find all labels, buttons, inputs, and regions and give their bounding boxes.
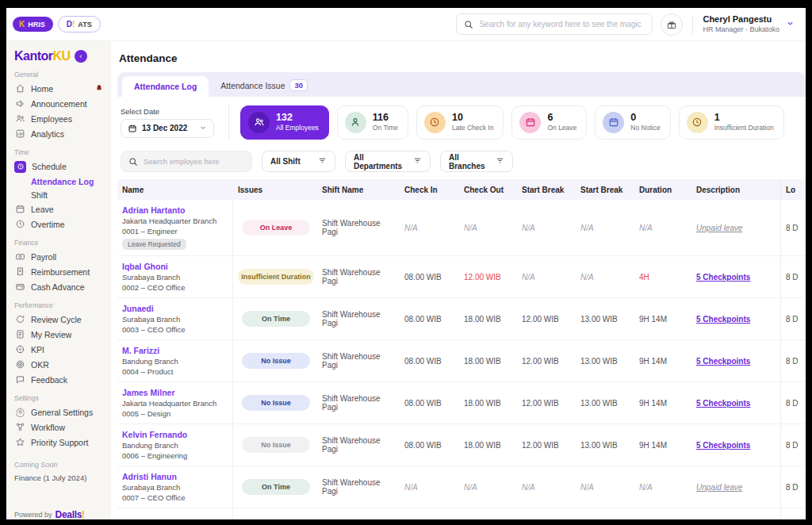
sidebar-item-kpi[interactable]: KPI [13,342,105,357]
check-out-cell: N/A [459,220,517,236]
checkpoints-link[interactable]: 5 Checkpoints [696,315,750,324]
sidebar-item-label: Employees [31,114,72,124]
hris-toggle[interactable]: K HRIS [13,17,53,32]
check-in-cell: 08.00 WIB [400,353,459,370]
leave-calendar-icon [14,204,25,215]
global-search-input[interactable] [479,20,645,29]
filter-value: All Shift [270,157,301,166]
sidebar-item-schedule[interactable]: Schedule [13,159,105,174]
filter-lines-icon [496,156,504,167]
checkpoints-link[interactable]: 5 Checkpoints [696,357,750,366]
stat-card-all-employees[interactable]: 132 All Employees [240,105,329,140]
cash-advance-wallet-icon [14,282,25,293]
employee-id: 0004 – Product [122,367,226,376]
sidebar-item-general-settings[interactable]: General Settings [13,404,105,420]
employee-name-link[interactable]: M. Farizzi [122,346,226,355]
gift-button[interactable] [661,13,683,36]
issue-badge: On Time [242,479,310,495]
app-window: K HRIS D! ATS Cheryl Pangestu HR Manager… [6,8,806,519]
stat-card-late-check-in[interactable]: 10 Late Check In [416,105,504,140]
sidebar-item-leave[interactable]: Leave [13,201,105,217]
ats-toggle[interactable]: D! ATS [58,16,101,33]
log-cell: 8 D [780,382,806,423]
checkpoints-link[interactable]: 5 Checkpoints [696,441,750,450]
schedule-icon [14,161,26,173]
sidebar-item-payroll[interactable]: Payroll [13,249,105,264]
table-header: Name Issues Shift Name Check In Check Ou… [117,179,806,200]
sidebar-item-attendance-log[interactable]: Attendance Log [13,174,105,188]
employee-search[interactable] [121,151,252,172]
date-select[interactable]: 13 Dec 2022 [121,119,214,138]
sidebar-item-feedback[interactable]: Feedback [13,372,105,387]
start-break-cell: 12.00 WIB [517,437,576,454]
check-out-cell: 12.00 WIB [459,269,517,285]
table-row: M. Farizzi Bandung Branch 0004 – Product… [117,340,806,382]
employee-search-input[interactable] [144,157,244,166]
log-cell: 8 D [780,340,806,381]
sidebar-collapse-button[interactable]: ‹ [75,50,87,63]
section-label-general: General [14,71,105,79]
shift-filter[interactable]: All Shift [262,151,335,172]
start-break-2-cell: 13.00 WIB [576,311,634,328]
sidebar-item-employees[interactable]: Employees [13,111,105,126]
sidebar-item-label: Feedback [31,375,67,385]
shift-cell: Shift Warehouse Pagi [317,474,400,500]
employee-name-link[interactable]: Adrian Hartanto [122,205,226,215]
sidebar-item-workflow[interactable]: Workflow [13,420,105,435]
filter-lines-icon [413,156,422,167]
sidebar-item-analytics[interactable]: Analytics [13,126,105,141]
tab-attendance-issue[interactable]: Attendance Issue 30 [209,74,320,97]
tab-label: Attendance Log [134,82,197,91]
sidebar-item-review-cycle[interactable]: Review Cycle [13,312,105,327]
tab-attendance-log[interactable]: Attendance Log [122,76,209,97]
calendar-icon [603,112,624,133]
employee-name-link[interactable]: Iqbal Ghoni [122,262,226,271]
check-in-cell: 08.00 WIB [400,269,459,285]
stat-value: 6 [547,112,576,124]
employee-name-link[interactable]: Dea Seva Riska [122,518,226,519]
departments-filter[interactable]: All Departments [345,151,431,172]
sidebar-item-my-review[interactable]: My Review [13,327,105,342]
employee-id: 0001 – Engineer [122,227,226,236]
employee-name-link[interactable]: Junaedi [122,304,226,313]
description-link[interactable]: Unpaid leave [696,224,742,232]
profile-menu[interactable]: Cheryl Pangestu HR Manager · Bukatoko [703,14,795,34]
employee-branch: Bandung Branch [122,441,226,450]
log-cell: 8 D [780,298,806,339]
employees-icon [14,113,25,125]
my-review-document-icon [14,329,25,340]
col-log: Lo [780,179,806,200]
notification-bell-icon [95,84,103,94]
sidebar-item-reimbursement[interactable]: Reimbursement [13,264,105,279]
sidebar-item-announcement[interactable]: Announcement [13,96,105,111]
employee-name-link[interactable]: James Milner [122,388,226,397]
branches-filter[interactable]: All Branches [440,151,513,172]
stat-card-on-leave[interactable]: 6 On Leave [511,105,587,140]
stat-card-no-notice[interactable]: 0 No Notice [595,105,670,140]
log-cell: 8 D [780,508,806,519]
sidebar-item-label: Announcement [31,99,87,109]
shift-cell: Shift Warehouse Pagi [317,264,400,289]
stat-card-insufficient-duration[interactable]: 1 Insufficient Duration [679,105,784,140]
employee-name-link[interactable]: Adristi Hanun [122,472,226,481]
log-cell: 8 D [780,200,806,255]
sidebar-item-cash-advance[interactable]: Cash Advance [13,279,105,294]
description-link[interactable]: Unpaid leave [696,483,742,492]
sidebar-item-priority-support[interactable]: Priority Support [13,435,105,450]
sidebar-item-okr[interactable]: OKR [13,357,105,372]
chevron-down-icon [786,19,795,29]
stat-card-on-time[interactable]: 116 On Time [337,105,408,140]
sidebar-item-shift[interactable]: Shift [13,188,105,201]
sidebar-item-label: Priority Support [31,438,88,447]
start-break-cell: N/A [517,479,576,496]
employee-branch: Surabaya Branch [122,315,226,324]
global-search[interactable] [456,13,653,35]
sidebar-item-overtime[interactable]: Overtime [13,217,105,232]
check-in-cell: 08.00 WIB [400,311,459,328]
filter-value: All Departments [354,153,405,171]
employee-name-link[interactable]: Kelvin Fernando [122,430,226,439]
checkpoints-link[interactable]: 5 Checkpoints [696,399,750,408]
checkpoints-link[interactable]: 5 Checkpoints [696,273,750,282]
stat-value: 10 [452,112,493,124]
sidebar-item-home[interactable]: Home [13,81,105,96]
